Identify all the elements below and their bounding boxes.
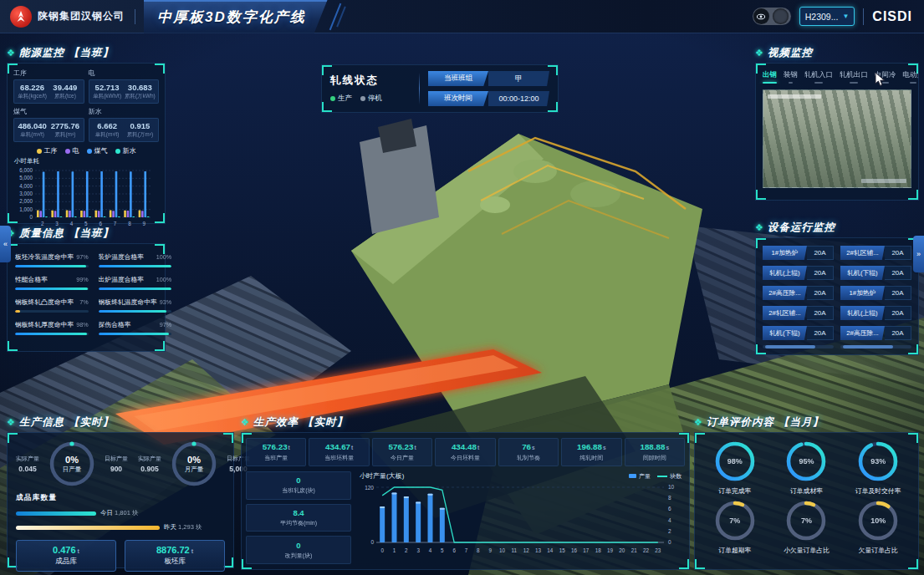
donut-ring: 7% xyxy=(784,499,828,542)
panel-video: ❖ 视频监控 出钢装钢轧机入口轧机出口中间冷电动热 xyxy=(755,46,919,201)
ring-gauge: 0%月产量 xyxy=(170,440,218,488)
equipment-item[interactable]: 2#轧区辅...20A xyxy=(840,246,911,260)
gauge-center: 0%月产量 xyxy=(170,440,218,488)
scrollbar[interactable] xyxy=(763,345,834,349)
camera-tab-0[interactable]: 出钢 xyxy=(763,70,777,84)
energy-group-box: 6.662单耗(m³/t)0.915累耗(万m³) xyxy=(89,118,160,142)
energy-legend: 工序电煤气新水 xyxy=(8,146,165,155)
hour-chart-legend: 产量块数 xyxy=(629,472,682,481)
progress-fill xyxy=(15,310,20,313)
energy-stat-unit: 单耗(kWh/t) xyxy=(91,93,124,100)
panel-energy: ❖ 能源监控 【当班】 工序68.226单耗(kgce/t)39.449累耗(t… xyxy=(7,46,166,224)
camera-tab-4[interactable]: 中间冷 xyxy=(875,70,896,84)
camera-tab-2[interactable]: 轧机入口 xyxy=(804,70,833,84)
camera-tab-5[interactable]: 电动热 xyxy=(903,70,919,84)
energy-stat: 2775.76累耗(m³) xyxy=(48,121,81,139)
hour-chart-title: 小时产量(大板) xyxy=(360,471,404,481)
side-stat-label: 平均节奏(min) xyxy=(280,519,317,527)
visibility-toggle[interactable] xyxy=(753,8,791,25)
chevron-down-icon: ▼ xyxy=(842,13,849,20)
svg-text:5,000: 5,000 xyxy=(19,175,33,181)
eye-icon xyxy=(753,8,769,24)
diamond-icon: ❖ xyxy=(7,417,15,428)
panel-title: ❖ 生产信息 【实时】 xyxy=(7,415,234,430)
scrollbar[interactable] xyxy=(840,345,911,349)
donut-label: 订单及时交付率 xyxy=(855,486,901,496)
equipment-item[interactable]: 2#轧区辅...20A xyxy=(763,306,834,320)
energy-group: 电52.713单耗(kWh/t)30.683累耗(万kWh) xyxy=(89,69,160,104)
gauge-actual: 实际产量0.905 xyxy=(133,455,166,473)
energy-stat-unit: 单耗(m³/t) xyxy=(91,131,124,139)
panel-title: ❖ 能源监控 【当班】 xyxy=(7,46,166,60)
svg-text:19: 19 xyxy=(607,547,614,553)
equipment-item[interactable]: 轧机(上辊)20A xyxy=(763,266,834,280)
svg-text:4: 4 xyxy=(429,547,432,553)
line-status-row: 班次时间00:00-12:00 xyxy=(428,91,549,106)
svg-text:6,000: 6,000 xyxy=(19,167,33,173)
chart-legend-item: 产量 xyxy=(629,472,651,481)
svg-text:2: 2 xyxy=(41,221,44,226)
energy-stat: 68.226单耗(kgce/t) xyxy=(16,83,48,100)
inventory-bar-value: 1,293 块 xyxy=(176,523,202,531)
svg-text:4: 4 xyxy=(70,221,74,226)
efficiency-stats: 576.23t当班产量434.67t当班坯料量576.23t今日产量434.48… xyxy=(242,433,689,470)
progress-track xyxy=(15,288,89,290)
cisdi-logo: CISDI xyxy=(872,9,912,24)
camera-tab-3[interactable]: 轧机出口 xyxy=(840,70,868,84)
collapse-right-tab[interactable]: » xyxy=(913,236,924,272)
efficiency-stat-label: 当班产量 xyxy=(248,454,304,462)
equipment-item[interactable]: 轧机(下辊)20A xyxy=(840,266,911,280)
quality-metric: 装炉温度合格率100% xyxy=(99,252,172,267)
status-legend-item: 生产 xyxy=(330,94,352,104)
gauge-actual-label: 实际产量 xyxy=(133,455,166,463)
store-label: 成品库 xyxy=(55,557,77,567)
order-donut: 10%欠量订单占比 xyxy=(843,499,913,555)
quality-metric-label: 板坯冷装温度命中率 xyxy=(15,252,74,262)
progress-fill xyxy=(99,265,172,267)
efficiency-stat-label: 纯轧时间 xyxy=(563,454,620,462)
equipment-item[interactable]: 轧机(上辊)20A xyxy=(840,306,911,320)
svg-text:1,000: 1,000 xyxy=(19,206,33,212)
camera-tabs: 出钢装钢轧机入口轧机出口中间冷电动热 xyxy=(756,64,918,84)
equipment-item[interactable]: 1#加热炉20A xyxy=(763,246,834,260)
side-stat-label: 当班轧废(块) xyxy=(282,486,315,495)
quality-metric-row: 装炉温度合格率100% xyxy=(99,252,172,262)
equipment-item[interactable]: 2#高压除...20A xyxy=(840,326,911,340)
quality-metric: 钢板终轧温度命中率93% xyxy=(99,298,172,313)
progress-track xyxy=(99,265,172,267)
svg-text:2: 2 xyxy=(405,547,408,553)
donut-ring: 93% xyxy=(856,440,900,483)
scrollbar-thumb[interactable] xyxy=(765,345,815,349)
diamond-icon: ❖ xyxy=(7,48,15,59)
quality-metric: 钢板终轧厚度命中率98% xyxy=(15,320,89,335)
efficiency-stat-value: 434.48t xyxy=(436,442,493,451)
energy-stat: 39.449累耗(tce) xyxy=(48,83,81,100)
scrollbar-thumb[interactable] xyxy=(843,345,893,349)
collapse-left-tab[interactable]: « xyxy=(0,226,11,262)
equipment-value: 20A xyxy=(885,306,911,320)
legend-item: 工序 xyxy=(37,146,58,155)
camera-tab-1[interactable]: 装钢 xyxy=(784,70,798,84)
equipment-item[interactable]: 1#加热炉20A xyxy=(840,286,911,300)
inventory-bar-text: 昨天 1,293 块 xyxy=(164,523,202,532)
quality-metric-row: 出炉温度合格率100% xyxy=(99,275,172,284)
efficiency-stat-value: 76s xyxy=(500,442,557,451)
line-status-chip: 当班班组 xyxy=(428,71,488,86)
quality-metric-value: 98% xyxy=(76,321,88,328)
device-dropdown[interactable]: H2309... ▼ xyxy=(799,7,855,26)
camera-feed[interactable] xyxy=(763,89,911,188)
panel-line-status: 轧线状态 生产停机 当班班组甲班次时间00:00-12:00 xyxy=(321,64,559,113)
hourly-output-chart: 1200024681001234567891011121314151617181… xyxy=(356,481,684,561)
panel-quality: ❖ 质量信息 【当班】 板坯冷装温度命中率97%装炉温度合格率100%性能合格率… xyxy=(7,226,166,352)
toggle-knob xyxy=(773,8,789,24)
svg-text:10: 10 xyxy=(668,484,675,490)
equipment-item[interactable]: 轧机(下辊)20A xyxy=(763,326,834,340)
legend-label: 新水 xyxy=(123,146,136,155)
equipment-item[interactable]: 2#高压除...20A xyxy=(763,286,834,300)
app-title-banner: 中厚板3D数字化产线 xyxy=(144,0,328,33)
store-box[interactable]: 0.476t成品库 xyxy=(16,540,116,572)
inventory-title: 成品库数量 xyxy=(16,493,225,503)
store-box[interactable]: 8876.72t板坯库 xyxy=(125,540,225,572)
header-divider xyxy=(863,8,864,25)
efficiency-stat-label: 轧制节奏 xyxy=(500,454,557,462)
